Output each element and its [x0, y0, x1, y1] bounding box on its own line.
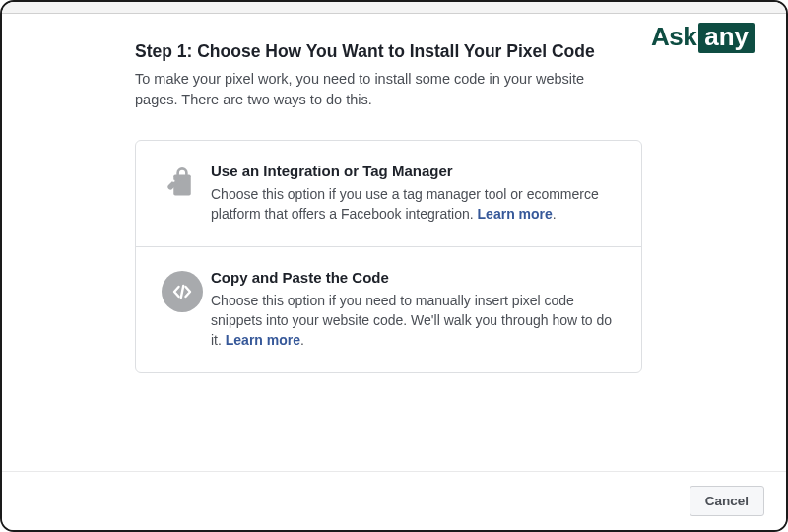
- learn-more-link[interactable]: Learn more: [226, 332, 304, 348]
- option-copypaste-title: Copy and Paste the Code: [211, 269, 618, 286]
- option-integration-desc: Choose this option if you use a tag mana…: [211, 184, 618, 225]
- dialog-content: Step 1: Choose How You Want to Install Y…: [2, 14, 786, 373]
- option-integration-title: Use an Integration or Tag Manager: [211, 163, 618, 179]
- option-copypaste[interactable]: Copy and Paste the Code Choose this opti…: [136, 246, 641, 372]
- option-integration[interactable]: Use an Integration or Tag Manager Choose…: [136, 141, 641, 246]
- cancel-button[interactable]: Cancel: [690, 486, 764, 516]
- svg-line-1: [181, 286, 183, 298]
- option-integration-body: Use an Integration or Tag Manager Choose…: [211, 163, 618, 225]
- option-copypaste-desc: Choose this option if you need to manual…: [211, 291, 618, 351]
- dialog-frame: Askany Step 1: Choose How You Want to In…: [0, 0, 788, 532]
- window-titlebar: [2, 2, 786, 14]
- svg-point-0: [172, 179, 174, 181]
- option-copypaste-body: Copy and Paste the Code Choose this opti…: [211, 269, 618, 351]
- dialog-footer: Cancel: [2, 471, 786, 530]
- learn-more-link[interactable]: Learn more: [478, 206, 557, 222]
- step-subtitle: To make your pixel work, you need to ins…: [135, 69, 618, 110]
- step-title: Step 1: Choose How You Want to Install Y…: [135, 41, 737, 62]
- shopping-tag-icon: [154, 163, 211, 225]
- install-options: Use an Integration or Tag Manager Choose…: [135, 140, 642, 372]
- code-icon: [154, 269, 211, 351]
